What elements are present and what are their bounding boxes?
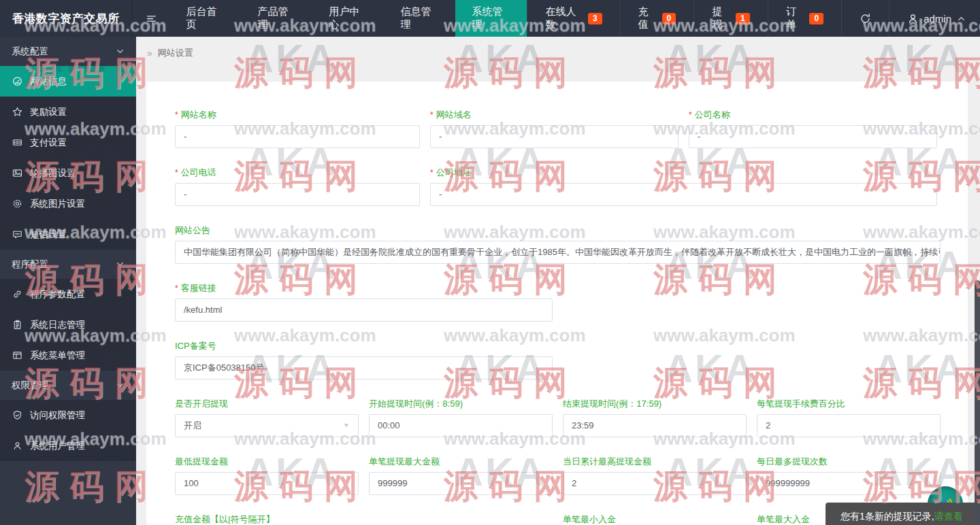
nav-stat-0[interactable]: 在线人数3 xyxy=(527,0,619,37)
field-label-text: 是否开启提现 xyxy=(175,399,228,409)
nav-stat-1[interactable]: 充值0 xyxy=(620,0,693,37)
watermark-aka: AKA xyxy=(664,35,756,81)
navbar-right: 在线人数3充值0提现1订单0 admin xyxy=(527,0,980,37)
sidebar-item-0-4[interactable]: 系统图片设置 xyxy=(0,188,136,219)
form-row-4: ICP备案号京ICP备05038150号 xyxy=(175,341,941,379)
sidebar-item-1-1[interactable]: 系统日志管理 xyxy=(0,309,136,340)
field-label-text: 公司电话 xyxy=(181,167,216,177)
nav-stat-label: 充值 xyxy=(638,5,656,31)
field-site-domain: *网站域名- xyxy=(430,110,679,148)
field-icp-number: ICP备案号京ICP备05038150号 xyxy=(175,341,553,379)
refresh-button[interactable] xyxy=(841,0,889,37)
sidebar-item-1-2[interactable]: 系统菜单管理 xyxy=(0,340,136,371)
form-row-3: *客服链接/kefu.html xyxy=(175,284,941,322)
sidebar-toggle-button[interactable] xyxy=(133,0,169,37)
breadcrumb-icon: » xyxy=(147,48,152,58)
nav-stat-3[interactable]: 订单0 xyxy=(768,0,841,37)
nav-item-2[interactable]: 用户中心 xyxy=(312,0,384,37)
nav-stat-badge: 0 xyxy=(809,13,823,24)
form-row-5: 是否开启提现开启▼开始提现时间(例：8:59)00:00结束提现时间(例：17:… xyxy=(175,399,941,437)
sidebar-item-0-5[interactable]: 短信设置 xyxy=(0,219,136,250)
nav-item-1[interactable]: 产品管理 xyxy=(241,0,312,37)
gear-icon xyxy=(12,199,22,209)
field-label-site-notice: 网站公告 xyxy=(175,226,941,235)
field-label-text: 充值金额【以|符号隔开】 xyxy=(175,514,274,524)
sidebar-group-items-1: 程序参数配置系统日志管理系统菜单管理 xyxy=(0,279,136,371)
field-label-text: 单笔提现最大金额 xyxy=(369,456,440,467)
field-input-min-withdraw-amount[interactable]: 100 xyxy=(175,472,359,495)
sidebar-item-0-3[interactable]: 轮播图设置 xyxy=(0,158,136,188)
form-row-6: 最低提现金额100单笔提现最大金额999999当日累计最高提现金额2每日最多提现… xyxy=(175,457,941,495)
top-navbar: 香港数字资产交易所 后台首页产品管理用户中心信息管理系统管理 在线人数3充值0提… xyxy=(0,0,980,37)
user-icon xyxy=(12,441,22,451)
field-input-company-name[interactable]: - xyxy=(689,125,937,148)
nav-stat-badge: 0 xyxy=(662,13,676,24)
field-label-company-address: *公司地址 xyxy=(430,168,937,177)
sidebar-group-header-1[interactable]: 程序配置 xyxy=(0,250,136,279)
toast-view-link[interactable]: 请查看 xyxy=(934,511,963,522)
star-icon xyxy=(12,107,22,117)
field-input-icp-number[interactable]: 京ICP备05038150号 xyxy=(175,356,553,379)
nav-item-0[interactable]: 后台首页 xyxy=(169,0,241,37)
required-asterisk: * xyxy=(175,110,178,120)
required-asterisk: * xyxy=(430,168,434,177)
site-settings-form: *网站名称-*网站域名-*公司名称-*公司电话-*公司地址-网站公告中国华能集团… xyxy=(146,82,968,525)
field-input-site-notice[interactable]: 中国华能集团有限公司（简称中国华能）是经国务院批准成立的国有重要骨干企业，创立于… xyxy=(175,241,941,264)
field-label-min-withdraw-amount: 最低提现金额 xyxy=(175,457,359,467)
field-input-daily-max-withdraw-count[interactable]: 999999999 xyxy=(757,472,941,495)
form-row-2: 网站公告中国华能集团有限公司（简称中国华能）是经国务院批准成立的国有重要骨干企业… xyxy=(175,226,941,264)
field-service-link: *客服链接/kefu.html xyxy=(175,284,553,322)
field-input-company-phone[interactable]: - xyxy=(175,183,420,206)
image-icon xyxy=(12,168,22,178)
sidebar-item-2-1[interactable]: 系统用户管理 xyxy=(0,430,136,461)
field-label-withdraw-fee-percent: 每笔提现手续费百分比 xyxy=(757,399,941,409)
field-input-max-withdraw-per-order[interactable]: 999999 xyxy=(369,472,553,495)
field-input-withdraw-start-time[interactable]: 00:00 xyxy=(369,414,553,437)
required-asterisk: * xyxy=(689,110,692,120)
gauge-icon xyxy=(12,76,22,86)
link-icon xyxy=(12,289,22,299)
field-label-site-name: *网站名称 xyxy=(175,110,420,120)
field-input-daily-max-withdraw-amount[interactable]: 2 xyxy=(563,472,747,495)
watermark-aka: AKA xyxy=(874,35,966,81)
admin-menu[interactable]: admin xyxy=(889,0,980,37)
field-label-text: 网站公告 xyxy=(175,225,210,235)
watermark-aka: AKA xyxy=(455,35,546,81)
field-label-text: 最低提现金额 xyxy=(175,456,228,467)
sidebar-item-2-0[interactable]: 访问权限管理 xyxy=(0,400,136,430)
sidebar-group-label: 权限管理 xyxy=(12,379,48,392)
field-input-withdraw-enabled[interactable]: 开启▼ xyxy=(175,414,359,437)
sidebar: 系统配置网站信息奖励设置支付设置轮播图设置系统图片设置短信设置程序配置程序参数配… xyxy=(0,37,136,525)
sidebar-item-label: 奖励设置 xyxy=(30,106,67,118)
field-input-service-link[interactable]: /kefu.html xyxy=(175,299,553,322)
sidebar-group-header-0[interactable]: 系统配置 xyxy=(0,37,136,66)
nav-item-3[interactable]: 信息管理 xyxy=(384,0,455,37)
nav-stat-2[interactable]: 提现1 xyxy=(693,0,767,37)
field-input-site-name[interactable]: - xyxy=(175,125,420,148)
field-label-withdraw-start-time: 开始提现时间(例：8:59) xyxy=(369,399,553,409)
sidebar-item-0-2[interactable]: 支付设置 xyxy=(0,127,136,158)
nav-item-4[interactable]: 系统管理 xyxy=(455,0,527,37)
field-input-site-domain[interactable]: - xyxy=(430,125,679,148)
sidebar-item-label: 系统日志管理 xyxy=(30,319,85,331)
nav-stats: 在线人数3充值0提现1订单0 xyxy=(527,0,841,37)
vertical-scrollbar[interactable] xyxy=(975,280,980,525)
sidebar-item-0-0[interactable]: 网站信息 xyxy=(0,66,136,97)
field-input-withdraw-end-time[interactable]: 23:59 xyxy=(563,414,747,437)
sidebar-group-header-2[interactable]: 权限管理 xyxy=(0,371,136,400)
field-label-withdraw-end-time: 结束提现时间(例：17:59) xyxy=(563,399,747,409)
sidebar-group-label: 程序配置 xyxy=(12,258,48,271)
required-asterisk: * xyxy=(430,110,434,120)
chevron-down-icon xyxy=(115,259,125,269)
field-input-company-address[interactable]: - xyxy=(430,183,937,206)
field-label-text: 客服链接 xyxy=(181,283,216,293)
required-asterisk: * xyxy=(175,168,178,177)
field-withdraw-enabled: 是否开启提现开启▼ xyxy=(175,399,359,437)
hamburger-icon xyxy=(146,13,157,24)
field-label-withdraw-enabled: 是否开启提现 xyxy=(175,399,359,409)
sidebar-item-0-1[interactable]: 奖励设置 xyxy=(0,97,136,127)
field-input-withdraw-fee-percent[interactable]: 2 xyxy=(757,414,941,437)
form-row-1: *公司电话-*公司地址- xyxy=(175,168,941,206)
sidebar-item-1-0[interactable]: 程序参数配置 xyxy=(0,279,136,309)
app-logo: 香港数字资产交易所 xyxy=(0,0,133,37)
